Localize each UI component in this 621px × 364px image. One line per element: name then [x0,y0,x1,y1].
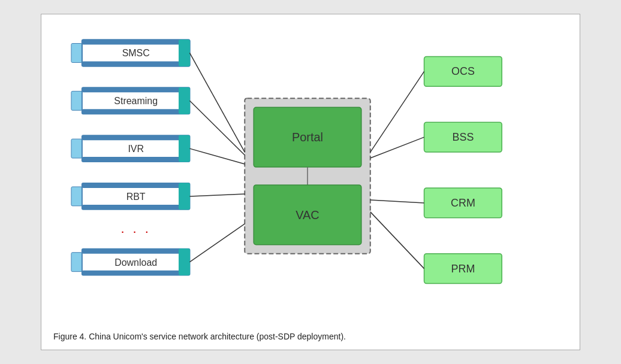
svg-rect-18 [82,183,190,188]
svg-rect-11 [71,139,82,158]
svg-line-42 [370,212,424,269]
svg-rect-8 [82,87,190,92]
svg-rect-25 [179,249,190,275]
svg-rect-24 [82,271,190,275]
ivr-label: IVR [128,144,144,154]
smsc-label: SMSC [122,48,150,58]
svg-line-38 [189,224,245,262]
svg-rect-23 [82,249,190,254]
streaming-label: Streaming [114,96,158,106]
svg-rect-10 [179,87,190,114]
figure-box: SMSC Streaming IVR [41,14,580,350]
svg-rect-19 [82,205,190,210]
ocs-label: OCS [451,65,475,77]
svg-rect-14 [82,157,190,162]
page-container: SMSC Streaming IVR [0,0,621,364]
svg-rect-9 [82,109,190,114]
vac-label: VAC [296,208,319,222]
diagram-area: SMSC Streaming IVR [53,26,568,326]
svg-rect-20 [179,183,190,210]
svg-rect-0 [71,44,82,63]
svg-rect-16 [71,187,82,206]
download-label: Download [114,257,157,268]
crm-label: CRM [451,197,475,209]
svg-rect-4 [82,61,190,66]
svg-line-35 [189,101,245,155]
portal-label: Portal [292,131,323,144]
bss-label: BSS [452,131,474,143]
svg-line-37 [189,194,245,196]
svg-line-34 [189,53,245,152]
svg-rect-15 [179,135,190,162]
diagram-svg: SMSC Streaming IVR [53,26,568,326]
svg-rect-6 [71,91,82,110]
svg-line-41 [370,200,424,203]
rbt-label: RBT [126,192,146,202]
caption-text: Figure 4. China Unicom's service network… [53,332,346,341]
svg-rect-13 [82,135,190,140]
svg-line-36 [189,148,245,164]
figure-caption: Figure 4. China Unicom's service network… [53,332,568,341]
svg-rect-3 [82,40,190,45]
prm-label: PRM [451,263,475,275]
svg-rect-5 [179,40,190,66]
svg-rect-21 [71,253,82,272]
dots-label: . . . [120,221,150,236]
